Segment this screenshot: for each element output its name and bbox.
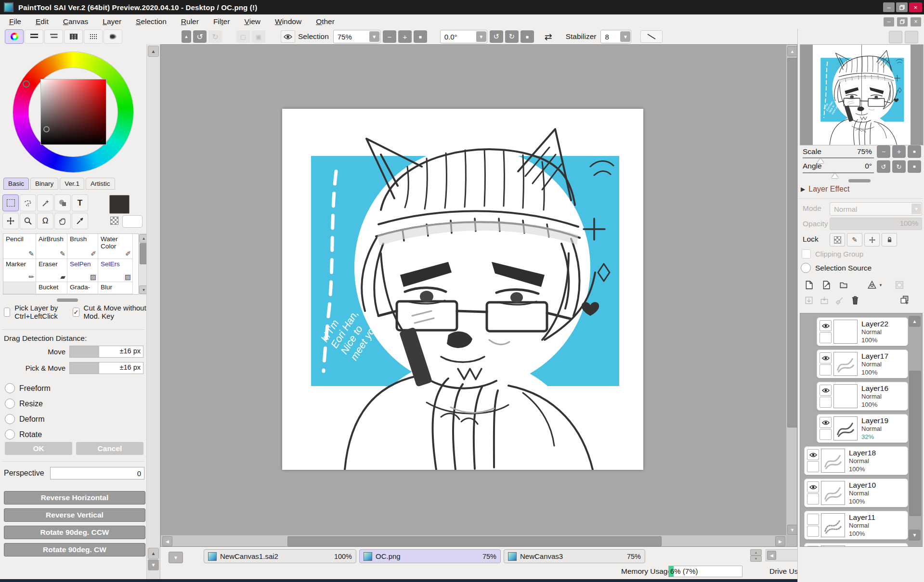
radio-button[interactable] — [5, 383, 15, 393]
foreground-color-swatch[interactable] — [109, 195, 130, 214]
layer-item[interactable]: Layer6 Normal 100% — [804, 543, 908, 547]
transform-button[interactable]: Reverse Horizontal — [4, 491, 145, 504]
rotate-ccw-button[interactable]: ↺ — [877, 160, 890, 173]
checkbox[interactable]: ✓ — [73, 308, 79, 317]
reselect-button[interactable]: ▣ — [252, 30, 265, 43]
scroll-down-icon[interactable]: ▼ — [787, 525, 797, 535]
scroll-left-icon[interactable]: ◀ — [162, 536, 172, 546]
menu-item[interactable]: View — [237, 14, 268, 29]
new-layer-icon[interactable] — [805, 281, 813, 289]
scroll-up-icon[interactable]: ▲ — [148, 548, 159, 559]
lasso-tool[interactable] — [20, 194, 36, 211]
zoom-tool[interactable] — [20, 213, 36, 229]
menu-item[interactable]: Selection — [129, 14, 174, 29]
radio-row[interactable]: Resize — [5, 399, 51, 409]
cancel-button[interactable]: Cancel — [76, 442, 143, 455]
radio-row[interactable]: Rotate — [5, 429, 51, 440]
angle-reset-button[interactable]: ■ — [908, 160, 921, 173]
copy-layer-icon[interactable] — [900, 296, 910, 305]
radio-row[interactable]: Deform — [5, 414, 51, 424]
close-button[interactable]: × — [909, 2, 922, 12]
swatches-panel-button[interactable] — [64, 29, 83, 44]
checkbox-row[interactable]: ✓ Pick Layer by Ctrl+LeftClick — [4, 304, 73, 320]
lock-all-button[interactable] — [882, 233, 897, 246]
angle-slider-marker[interactable] — [832, 173, 838, 178]
brush-tool-cell[interactable]: Pencil✎ — [3, 234, 36, 259]
navigator-preview[interactable] — [800, 44, 924, 145]
scroll-up-icon[interactable]: ▲ — [148, 46, 159, 57]
stabilizer-dropdown[interactable]: 8▼ — [600, 30, 631, 43]
chevron-down-icon[interactable]: ▼ — [879, 283, 883, 287]
scroll-up-icon[interactable]: ▲ — [909, 316, 921, 327]
new-linework-layer-icon[interactable] — [822, 281, 831, 289]
tool-mode-tab[interactable]: Artistic — [86, 178, 115, 190]
color-mixer-panel-button[interactable] — [44, 29, 63, 44]
minimize-button[interactable]: – — [883, 2, 895, 12]
tab-scroll-up-button[interactable]: ▲ — [750, 549, 762, 556]
zoom-reset-button[interactable]: ■ — [414, 30, 427, 43]
canvas-pane[interactable]: ▲ ▼ ◀ ▶ — [160, 44, 797, 547]
canvas-hscrollbar[interactable]: ◀ ▶ — [161, 535, 786, 546]
mdi-minimize-button[interactable]: – — [884, 17, 894, 26]
brush-tool-cell[interactable]: SelPen▨ — [67, 259, 98, 282]
scale-minus-button[interactable]: − — [877, 145, 890, 158]
rotate-view-tool[interactable]: Ω — [37, 213, 53, 229]
brush-tool-cell[interactable]: AirBrush✎ — [36, 234, 67, 259]
brush-preview-panel-button[interactable] — [104, 29, 122, 44]
brush-tool-cell[interactable]: Eraser▰ — [36, 259, 67, 282]
menu-item[interactable]: Canvas — [56, 14, 96, 29]
layer-visibility-toggle[interactable] — [807, 481, 819, 492]
layer-secondary-toggle[interactable] — [820, 397, 832, 408]
navigator-option-button[interactable] — [889, 31, 902, 43]
transform-button[interactable]: Reverse Vertical — [4, 508, 145, 522]
brush-tool-cell[interactable]: Bucket — [36, 282, 67, 294]
canvas-hscroll-thumb[interactable] — [287, 536, 662, 546]
layer-visibility-toggle[interactable] — [820, 352, 832, 363]
brush-tool-cell[interactable]: Grada- — [67, 282, 98, 294]
layer-visibility-toggle[interactable] — [820, 320, 832, 331]
delete-layer-icon[interactable] — [851, 296, 859, 305]
canvas-vscroll-thumb[interactable] — [787, 58, 797, 427]
ok-button[interactable]: OK — [5, 442, 72, 455]
rotate-cw-button[interactable]: ↻ — [505, 30, 519, 43]
layer-list-scroll-thumb[interactable] — [909, 371, 921, 516]
angle-reset-button[interactable]: ■ — [521, 30, 534, 43]
layer-effect-toggle[interactable]: ▶ Layer Effect — [801, 185, 849, 194]
brush-tool-cell[interactable]: SelErs▨ — [98, 259, 133, 282]
hue-marker[interactable] — [23, 80, 30, 88]
layer-secondary-toggle[interactable] — [807, 461, 819, 472]
perspective-input[interactable]: 0 — [50, 467, 144, 479]
layer-secondary-toggle[interactable] — [807, 493, 819, 504]
scratchpad-panel-button[interactable] — [84, 29, 103, 44]
document-tab[interactable]: OC.png 75% — [359, 549, 501, 563]
artwork-canvas[interactable] — [282, 109, 643, 470]
brush-tool-cell[interactable]: Brush✐ — [67, 234, 98, 259]
zoom-dropdown[interactable]: 75%▼ — [333, 30, 380, 43]
mdi-restore-button[interactable] — [897, 17, 908, 26]
sv-square[interactable] — [41, 79, 106, 144]
restore-button[interactable] — [896, 2, 908, 12]
drag-distance-slider[interactable]: ±16 px — [69, 362, 143, 374]
layer-visibility-toggle[interactable] — [807, 546, 819, 547]
redo-button[interactable]: ↻ — [208, 30, 222, 43]
tab-scroll-down-button[interactable]: ▼ — [750, 556, 762, 562]
selection-visibility-button[interactable] — [281, 30, 295, 43]
flip-horizontal-button[interactable]: ⇄ — [542, 31, 555, 42]
scroll-left-icon[interactable]: ◀ — [767, 551, 776, 560]
zoom-out-button[interactable]: − — [383, 30, 396, 43]
selection-source-row[interactable]: Selection Source — [801, 263, 872, 273]
left-panel-scrollbar[interactable]: ▲ ▲ ▼ — [146, 44, 160, 579]
zoom-in-button[interactable]: + — [398, 30, 412, 43]
lock-paint-button[interactable]: ✎ — [847, 233, 862, 246]
canvas-vscrollbar[interactable]: ▲ ▼ — [786, 45, 797, 535]
transform-button[interactable]: Rotate 90deg. CCW — [4, 526, 145, 539]
new-folder-icon[interactable] — [839, 281, 848, 289]
color-sliders-panel-button[interactable] — [25, 29, 43, 44]
color-wheel-panel-button[interactable] — [5, 29, 24, 44]
checkbox-row[interactable]: ✓ Cut & Move without Mod. Key — [73, 304, 146, 320]
brush-tool-cell[interactable] — [3, 282, 36, 294]
brush-tool-cell[interactable]: Blur — [98, 282, 133, 294]
layer-secondary-toggle[interactable] — [820, 429, 832, 440]
undo-button[interactable]: ↺ — [193, 30, 207, 43]
rotate-cw-button[interactable]: ↻ — [892, 160, 906, 173]
